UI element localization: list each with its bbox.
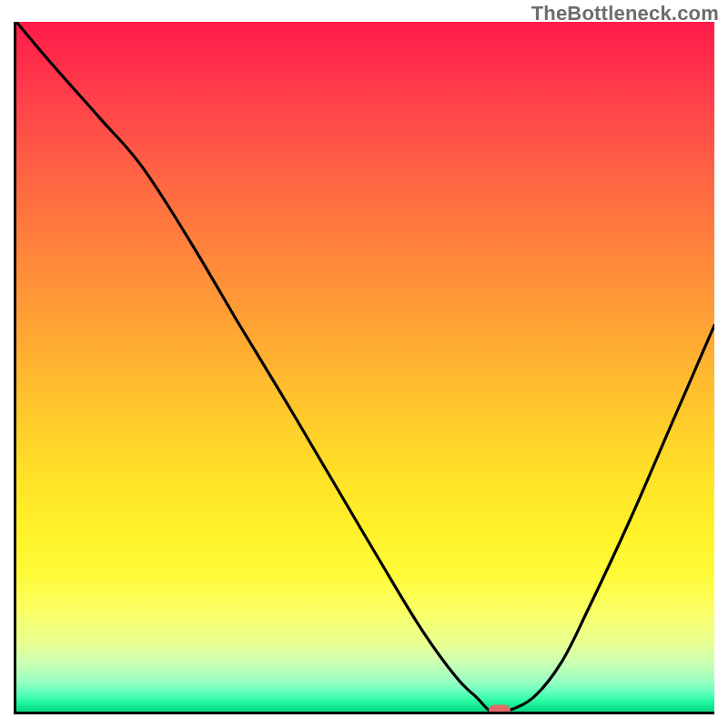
plot-area [14,22,714,714]
bottleneck-curve [16,22,714,712]
optimum-marker [489,705,511,715]
chart-container: TheBottleneck.com [0,0,728,728]
